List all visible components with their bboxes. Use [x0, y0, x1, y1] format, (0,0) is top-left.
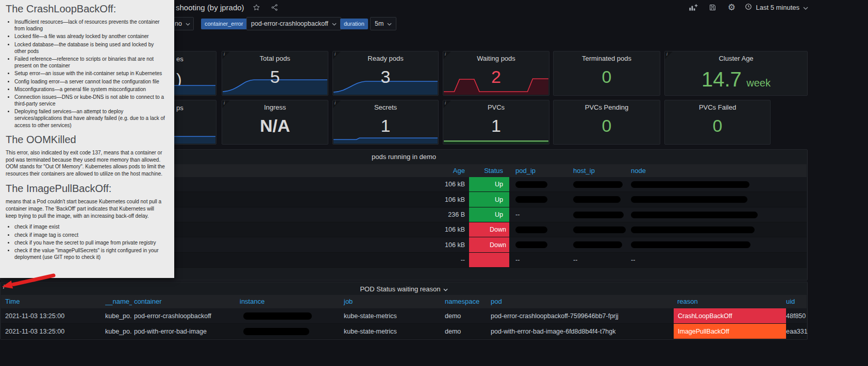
panel-title[interactable]: Cluster Age [665, 55, 807, 62]
status-badge: Up [469, 207, 509, 222]
info-tooltip: The CrashLoopBackOff: Insufficient resou… [0, 0, 174, 278]
stat-panel-pvcs-failed: PVCs Failed 0 [664, 100, 771, 145]
column-header-name[interactable]: __name__ [105, 295, 132, 308]
redaction-bar [243, 312, 312, 320]
add-panel-icon[interactable] [688, 2, 699, 13]
name-cell: kube_po... [105, 308, 132, 324]
stat-value: 14.7 week [665, 69, 807, 90]
column-header-reason[interactable]: reason [677, 295, 698, 308]
stat-panel-ingress: i Ingress N/A [222, 100, 328, 145]
settings-gear-icon[interactable]: ⚙ [726, 2, 737, 13]
pod-cell: pod-error-crashloopbackoff-7599646bb7-fp… [491, 308, 619, 324]
redaction-bar [573, 241, 622, 248]
table-row: 2021-11-03 13:25:00 kube_po... pod-error… [1, 308, 807, 324]
redaction-bar [515, 226, 547, 233]
duration-dropdown[interactable]: 5m [370, 17, 396, 30]
status-badge: Down [469, 222, 509, 237]
list-item: Misconfigurations—a general file system … [14, 86, 166, 93]
stat-value: 1 [333, 117, 438, 134]
list-item: check if the value "imagePullSecrets" is… [14, 247, 166, 260]
stat-panel-secrets: i Secrets 1 [332, 100, 439, 145]
panel-title[interactable]: Secrets [333, 103, 438, 111]
age-cell: 106 kB [403, 177, 465, 192]
waiting-reason-panel: i POD Status waiting reason Time __name_… [0, 282, 808, 340]
imagepull-checklist: check if image exist check if image tag … [6, 223, 166, 260]
column-header-pod-ip[interactable]: pod_ip [515, 164, 536, 177]
panel-title-row[interactable]: POD Status waiting reason [1, 285, 807, 293]
panel-title[interactable]: PVCs Pending [554, 103, 660, 111]
redaction-bar [515, 196, 547, 203]
redaction-bar [631, 196, 747, 203]
top-nav-right: ⚙ Last 5 minutes [688, 1, 808, 14]
stat-panel-waiting-pods: i Waiting pods 2 [443, 51, 549, 96]
container-cell: pod-error-crashloopbackoff [134, 308, 211, 324]
status-badge [469, 253, 509, 267]
panel-title[interactable]: PVCs Failed [665, 103, 770, 111]
column-header-time[interactable]: Time [5, 295, 20, 308]
stat-value: 5 [222, 68, 328, 85]
list-item: Locked database—the database is being us… [14, 41, 166, 55]
time-range-picker[interactable]: Last 5 minutes [745, 3, 808, 12]
reason-badge: CrashLoopBackOff [674, 308, 786, 323]
redaction-bar [631, 212, 758, 218]
column-header-instance[interactable]: instance [240, 295, 264, 308]
top-nav-left: shooting (by jprado) [176, 0, 280, 14]
redaction-bar [573, 181, 623, 188]
list-item: Config loading error—a server cannot loa… [14, 78, 166, 85]
chevron-down-icon [387, 20, 392, 27]
column-header-host-ip[interactable]: host_ip [573, 164, 595, 177]
share-icon[interactable] [269, 2, 280, 13]
stat-panel-terminated-pods: Terminated pods 0 [553, 51, 660, 96]
panel-title[interactable]: Terminated pods [554, 55, 660, 62]
stat-panel-total-pods: i Total pods 5 [222, 51, 328, 96]
panel-title[interactable]: Ingress [222, 103, 328, 111]
table-row: 2021-11-03 13:25:00 kube_po... pod-with-… [1, 324, 807, 339]
star-icon[interactable] [251, 2, 262, 13]
stat-value: N/A [222, 117, 328, 134]
redaction-bar [631, 241, 750, 248]
host-ip-cell: -- [573, 253, 577, 268]
stat-panel-cluster-age: i Cluster Age 14.7 week [664, 51, 808, 96]
column-header-namespace[interactable]: namespace [445, 295, 479, 308]
pod-ip-cell: -- [515, 253, 520, 268]
column-header-job[interactable]: job [344, 295, 353, 308]
column-header-container[interactable]: container [134, 295, 161, 308]
namespace-cell: demo [445, 308, 461, 324]
panel-title[interactable]: Ready pods [333, 55, 438, 62]
list-item: check if image exist [14, 223, 166, 230]
list-item: Locked file—a file was already locked by… [14, 33, 166, 40]
duration-value: 5m [375, 20, 383, 27]
status-badge: Down [469, 237, 509, 252]
time-range-label: Last 5 minutes [756, 4, 799, 11]
pod-filter-dropdown[interactable]: pod-error-crashloopbackoff [246, 17, 341, 30]
table-header-row: Time __name__ container instance job nam… [1, 295, 807, 308]
list-item: Insufficient resources—lack of resources… [14, 19, 166, 32]
column-header-pod[interactable]: pod [491, 295, 502, 308]
uid-cell: 48f850 [786, 308, 808, 324]
stat-panel-pvcs: i PVCs 1 [443, 100, 549, 145]
status-badge: Up [469, 192, 509, 207]
panel-title-fragment: es [176, 55, 183, 63]
panel-title[interactable]: Waiting pods [443, 55, 549, 62]
redaction-bar [573, 196, 621, 203]
dashboard-title[interactable]: shooting (by jprado) [176, 3, 244, 12]
time-cell: 2021-11-03 13:25:00 [5, 324, 64, 339]
tooltip-heading-crashloop: The CrashLoopBackOff: [6, 3, 166, 15]
stat-value: 0 [554, 68, 660, 85]
redaction-bar [631, 226, 755, 233]
panel-title[interactable]: Total pods [222, 55, 328, 62]
tooltip-heading-oomkilled: The OOMKilled [6, 134, 166, 146]
pod-filter-value: pod-error-crashloopbackoff [251, 20, 328, 27]
redaction-bar [243, 328, 309, 335]
list-item: Deploying failed services—an attempt to … [14, 108, 166, 129]
column-header-uid[interactable]: uid [786, 295, 795, 308]
panel-title[interactable]: PVCs [443, 103, 549, 111]
chevron-down-icon [332, 20, 337, 27]
save-dashboard-icon[interactable] [707, 2, 718, 13]
redaction-bar [631, 181, 749, 188]
panel-title[interactable]: POD Status waiting reason [360, 285, 440, 293]
column-header-status[interactable]: Status [455, 164, 503, 177]
column-header-node[interactable]: node [631, 164, 646, 177]
job-cell: kube-state-metrics [344, 308, 397, 324]
job-cell: kube-state-metrics [344, 324, 397, 339]
